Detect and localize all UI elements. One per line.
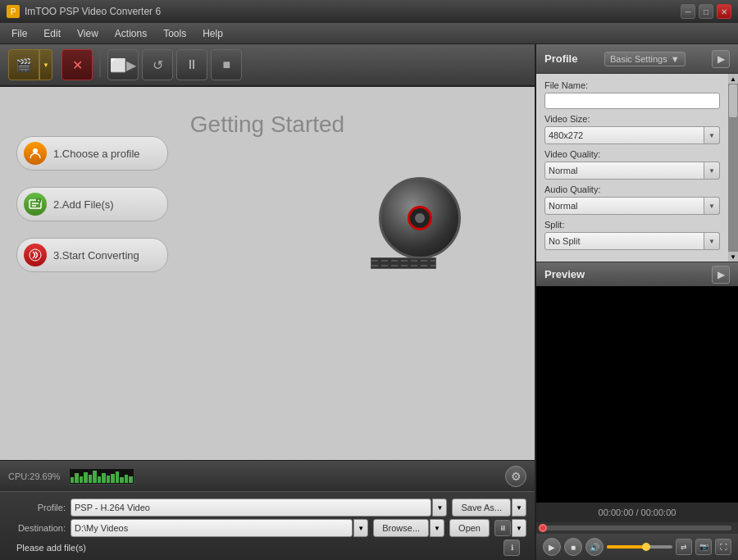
menu-actions[interactable]: Actions <box>107 25 155 42</box>
cpu-bar <box>107 476 111 483</box>
file-name-label: File Name: <box>544 80 720 90</box>
preview-title: Preview <box>544 268 585 280</box>
snapshot-button[interactable]: 📷 <box>695 539 712 555</box>
menu-file[interactable]: File <box>3 25 35 42</box>
cpu-bar <box>129 476 133 483</box>
preview-panel: 00:00:00 / 00:00:00 ▶ ■ 🔊 ⇄ 📷 ⛶ <box>536 286 738 560</box>
video-size-wrapper: 480x272 320x240 640x480 ▼ <box>544 126 720 144</box>
audio-quality-wrapper: Normal High Low ▼ <box>544 197 720 215</box>
add-files-icon <box>24 193 47 216</box>
preview-expand-button[interactable]: ▶ <box>712 266 730 284</box>
toolbar-separator-1 <box>99 52 101 77</box>
app-title: ImTOO PSP Video Converter 6 <box>25 6 161 17</box>
cpu-bar <box>89 475 93 483</box>
add-dropdown-button[interactable]: ▼ <box>39 49 52 80</box>
audio-quality-select[interactable]: Normal High Low <box>544 197 720 215</box>
settings-button[interactable]: ⚙ <box>505 466 526 487</box>
menu-tools[interactable]: Tools <box>155 25 194 42</box>
info-button[interactable]: ℹ <box>503 540 520 556</box>
play-button[interactable]: ▶ <box>543 538 561 556</box>
video-size-label: Video Size: <box>544 114 720 124</box>
remove-button[interactable]: ✕ <box>61 49 93 80</box>
status-bar: CPU:29.69% <box>0 460 535 491</box>
steps-panel: 1.Choose a profile 2.Add File(s) 3.Start… <box>16 136 168 272</box>
browse-button[interactable]: Browse... <box>373 519 429 537</box>
menu-help[interactable]: Help <box>194 25 231 42</box>
panel-expand-button[interactable]: ▶ <box>712 50 730 68</box>
add-icon: 🎬 <box>16 57 32 73</box>
profile-row: Profile: PSP - H.264 Video ▼ Save As... … <box>8 499 526 517</box>
right-panel: Profile Basic Settings ▼ ▶ File Name: Vi… <box>535 44 738 560</box>
basic-settings-button[interactable]: Basic Settings ▼ <box>604 52 686 66</box>
convert-button[interactable]: ⬜▶ <box>107 49 139 80</box>
svg-point-0 <box>33 148 38 153</box>
cpu-bar <box>116 471 120 483</box>
choose-profile-label: 1.Choose a profile <box>53 148 140 160</box>
cpu-bar <box>125 475 129 483</box>
profile-settings-panel: File Name: Video Size: 480x272 320x240 6… <box>536 74 728 262</box>
profile-section-title: Profile <box>544 52 577 65</box>
menu-view[interactable]: View <box>69 25 107 42</box>
refresh-button[interactable]: ↺ <box>142 49 173 80</box>
app-body: 🎬 ▼ ✕ ⬜▶ ↺ ⏸ ■ Getting Started <box>0 44 738 560</box>
destination-row: Destination: D:\My Videos ▼ Browse... ▼ … <box>8 519 526 537</box>
scrollbar-thumb[interactable] <box>729 84 737 117</box>
start-converting-button[interactable]: 3.Start Converting <box>16 238 168 272</box>
file-name-input[interactable] <box>544 93 720 109</box>
bottom-bar: Profile: PSP - H.264 Video ▼ Save As... … <box>0 491 535 560</box>
fullscreen-button[interactable]: ⛶ <box>715 539 731 555</box>
cpu-bar <box>120 477 124 482</box>
destination-icon-button[interactable]: 🖥 <box>494 520 511 536</box>
preview-header: Preview ▶ <box>536 262 738 286</box>
app-icon: P <box>7 5 20 18</box>
preview-video-area <box>536 286 738 503</box>
video-size-select[interactable]: 480x272 320x240 640x480 <box>544 126 720 144</box>
split-wrapper: No Split By Size By Time ▼ <box>544 232 720 250</box>
stop-button[interactable]: ■ <box>211 49 242 80</box>
maximize-button[interactable]: □ <box>699 4 713 19</box>
save-as-dropdown[interactable]: ▼ <box>512 499 526 517</box>
destination-label: Destination: <box>8 523 66 533</box>
capture-button[interactable]: ⇄ <box>676 539 692 555</box>
stop-preview-button[interactable]: ■ <box>564 538 582 556</box>
menu-edit[interactable]: Edit <box>35 25 69 42</box>
status-text: Please add file(s) <box>8 540 94 555</box>
video-quality-select[interactable]: Normal High Low <box>544 162 720 180</box>
profile-scrollbar[interactable]: ▲ ▼ <box>728 74 738 262</box>
cpu-bar <box>75 473 79 482</box>
close-button[interactable]: ✕ <box>717 4 731 19</box>
basic-settings-label: Basic Settings <box>610 54 667 64</box>
open-label: Open <box>458 523 481 533</box>
add-files-label: 2.Add File(s) <box>53 198 114 211</box>
menu-bar: File Edit View Actions Tools Help <box>0 23 738 44</box>
cpu-bar <box>102 473 106 483</box>
start-converting-label: 3.Start Converting <box>53 249 139 262</box>
cpu-graph <box>69 468 134 485</box>
refresh-icon: ↺ <box>153 57 163 73</box>
toolbar: 🎬 ▼ ✕ ⬜▶ ↺ ⏸ ■ <box>0 44 535 87</box>
preview-time-display: 00:00:00 / 00:00:00 <box>536 503 738 522</box>
pause-button[interactable]: ⏸ <box>176 49 207 80</box>
profile-dropdown-arrow[interactable]: ▼ <box>432 499 447 517</box>
add-files-button[interactable]: 2.Add File(s) <box>16 187 168 221</box>
open-button[interactable]: Open <box>449 519 490 537</box>
destination-dropdown-arrow[interactable]: ▼ <box>353 519 368 537</box>
stop-icon: ■ <box>223 57 231 72</box>
pause-icon: ⏸ <box>185 57 198 72</box>
volume-button[interactable]: 🔊 <box>585 538 604 556</box>
add-file-button[interactable]: 🎬 <box>8 49 39 80</box>
seek-bar[interactable] <box>543 526 731 530</box>
profile-select[interactable]: PSP - H.264 Video <box>71 499 431 517</box>
split-select[interactable]: No Split By Size By Time <box>544 232 720 250</box>
browse-dropdown[interactable]: ▼ <box>430 519 444 537</box>
destination-select[interactable]: D:\My Videos <box>71 519 353 537</box>
convert-icon: ⬜▶ <box>110 57 136 73</box>
choose-profile-button[interactable]: 1.Choose a profile <box>16 136 168 171</box>
left-panel: 🎬 ▼ ✕ ⬜▶ ↺ ⏸ ■ Getting Started <box>0 44 535 560</box>
destination-extra-dropdown[interactable]: ▼ <box>512 519 526 537</box>
volume-slider[interactable] <box>607 545 672 549</box>
seek-bar-container <box>536 522 738 534</box>
minimize-button[interactable]: ─ <box>681 4 695 19</box>
save-as-button[interactable]: Save As... <box>452 499 511 517</box>
cpu-bar <box>84 472 88 483</box>
